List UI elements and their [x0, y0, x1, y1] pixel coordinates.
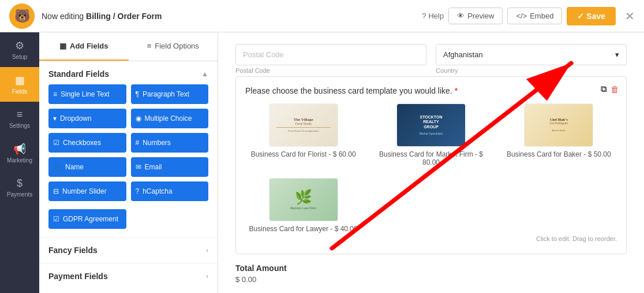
field-btn-number-slider[interactable]: ⊟ Number Slider: [48, 181, 126, 201]
sidebar-item-fields[interactable]: ▦ Fields: [0, 67, 39, 102]
required-asterisk: *: [455, 86, 458, 95]
fields-panel: ▦ Add Fields ≡ Field Options Standard Fi…: [39, 32, 218, 293]
card-label-lawyer: Business Card for Lawyer - $ 40.00: [249, 225, 358, 233]
sidebar-item-marketing[interactable]: 📢 Marketing: [0, 136, 39, 170]
app-logo: 🐻: [9, 3, 35, 29]
add-fields-icon: ▦: [59, 42, 66, 50]
sidebar-item-payments[interactable]: $ Payments: [0, 170, 39, 205]
postal-code-field: Postal Code Postal Code: [235, 44, 426, 74]
email-icon: ✉: [136, 163, 141, 171]
dropdown-icon: ▾: [53, 114, 57, 123]
card-actions: ⧉ 🗑: [601, 84, 619, 94]
country-field: Afghanistan ▾ Country: [436, 44, 627, 74]
icon-nav: ⚙ Setup ▦ Fields ≡ Settings 📢 Marketing …: [0, 32, 39, 293]
paragraph-icon: ¶: [136, 90, 139, 98]
postal-code-input[interactable]: Postal Code: [235, 44, 426, 65]
total-label: Total Amount: [235, 264, 627, 273]
card-thumb-lawyer: 🌿 Ramos Law Firm: [269, 178, 338, 221]
save-button[interactable]: ✓ Save: [567, 7, 616, 25]
number-slider-icon: ⊟: [53, 187, 59, 195]
fields-grid: ≡ Single Line Text ¶ Paragraph Text ▾ Dr…: [39, 84, 218, 209]
card-label-market: Business Card for Market Firm - $ 80.00: [373, 150, 489, 166]
settings-icon: ≡: [17, 109, 23, 121]
chevron-right-icon2: ›: [206, 272, 208, 280]
card-thumb-baker: Chef Blair's Cia Rodriguez Artisan Baker: [524, 103, 593, 147]
code-icon: </>: [516, 12, 527, 20]
country-select[interactable]: Afghanistan ▾: [436, 44, 627, 65]
card-label-baker: Business Card for Baker - $ 50.00: [507, 150, 611, 158]
topbar: 🐻 Now editing Billing / Order Form ? Hel…: [0, 0, 644, 32]
total-amount: $ 0.00: [235, 275, 627, 284]
copy-field-button[interactable]: ⧉: [601, 84, 607, 94]
card-label-florist: Business Card for Florist - $ 60.00: [251, 150, 356, 158]
field-btn-gdpr[interactable]: ☑ GDPR Agreement: [48, 209, 126, 229]
dropdown-chevron-icon: ▾: [615, 50, 619, 59]
payment-fields-section: Payment Fields ›: [39, 263, 218, 289]
tab-add-fields[interactable]: ▦ Add Fields: [39, 32, 129, 61]
field-btn-dropdown[interactable]: ▾ Dropdown: [48, 109, 126, 128]
card-item-florist[interactable]: The Village Floral Studio Fresh flowers …: [245, 103, 361, 166]
field-btn-name[interactable]: 👤 Name: [48, 157, 126, 177]
total-section: Total Amount $ 0.00: [235, 264, 627, 284]
fields-icon: ▦: [15, 74, 25, 87]
field-btn-email[interactable]: ✉ Email: [131, 157, 209, 177]
payment-fields-header[interactable]: Payment Fields ›: [39, 264, 218, 289]
close-button[interactable]: ✕: [625, 9, 635, 23]
sidebar-item-settings[interactable]: ≡ Settings: [0, 102, 39, 136]
hcaptcha-icon: ?: [136, 187, 140, 195]
field-btn-numbers[interactable]: # Numbers: [131, 133, 209, 153]
copy-icon: ⧉: [601, 84, 607, 94]
field-btn-hcaptcha[interactable]: ? hCaptcha: [131, 181, 209, 201]
field-btn-multiple-choice[interactable]: ◉ Multiple Choice: [131, 109, 209, 128]
help-button[interactable]: ? Help: [422, 12, 444, 20]
card-section-title: Please choose the business card template…: [245, 86, 617, 95]
single-line-icon: ≡: [53, 90, 57, 98]
card-item-lawyer[interactable]: 🌿 Ramos Law Firm Business Card for Lawye…: [245, 178, 361, 233]
card-section: ⧉ 🗑 Please choose the business card temp…: [235, 76, 627, 254]
checkboxes-icon: ☑: [53, 139, 59, 147]
field-btn-paragraph[interactable]: ¶ Paragraph Text: [131, 84, 209, 104]
chevron-right-icon: ›: [206, 246, 208, 254]
chevron-up-icon: ▲: [201, 70, 208, 78]
delete-field-button[interactable]: 🗑: [611, 84, 619, 94]
page-title: Now editing Billing / Order Form: [42, 12, 415, 21]
payments-icon: $: [17, 177, 23, 190]
panel-tabs: ▦ Add Fields ≡ Field Options: [39, 32, 218, 61]
field-btn-single-line[interactable]: ≡ Single Line Text: [48, 84, 126, 104]
canvas-inner: Postal Code Postal Code Afghanistan ▾ Co…: [218, 32, 644, 293]
sidebar-item-setup[interactable]: ⚙ Setup: [0, 32, 39, 67]
cards-grid: The Village Floral Studio Fresh flowers …: [245, 103, 617, 233]
topbar-actions: ? Help 👁 Preview </> Embed ✓ Save ✕: [422, 7, 635, 25]
standard-fields-header: Standard Fields ▲: [39, 61, 218, 84]
field-options-icon: ≡: [147, 42, 152, 50]
preview-button[interactable]: 👁 Preview: [448, 8, 503, 24]
help-icon: ?: [422, 12, 426, 20]
tab-field-options[interactable]: ≡ Field Options: [129, 32, 218, 61]
fancy-fields-section: Fancy Fields ›: [39, 237, 218, 263]
gdpr-icon: ☑: [53, 215, 59, 223]
name-icon: 👤: [53, 163, 62, 171]
address-row: Postal Code Postal Code Afghanistan ▾ Co…: [235, 44, 627, 74]
field-btn-checkboxes[interactable]: ☑ Checkboxes: [48, 133, 126, 153]
card-thumb-florist: The Village Floral Studio Fresh flowers …: [269, 103, 338, 147]
setup-icon: ⚙: [15, 39, 24, 52]
fancy-fields-header[interactable]: Fancy Fields ›: [39, 238, 218, 263]
drag-hint: Click to edit. Drag to reorder.: [245, 233, 617, 244]
card-item-baker[interactable]: Chef Blair's Cia Rodriguez Artisan Baker…: [501, 103, 617, 166]
numbers-icon: #: [136, 139, 140, 147]
card-thumb-market: STOCKTONREALTYGROUP Market Specialists: [396, 103, 466, 147]
multiple-choice-icon: ◉: [136, 114, 141, 123]
marketing-icon: 📢: [13, 143, 26, 155]
trash-icon: 🗑: [611, 84, 619, 94]
embed-button[interactable]: </> Embed: [507, 8, 562, 24]
main-layout: ⚙ Setup ▦ Fields ≡ Settings 📢 Marketing …: [0, 32, 644, 293]
card-item-market[interactable]: STOCKTONREALTYGROUP Market Specialists B…: [373, 103, 489, 166]
form-canvas: Postal Code Postal Code Afghanistan ▾ Co…: [218, 32, 644, 293]
eye-icon: 👁: [457, 12, 465, 20]
